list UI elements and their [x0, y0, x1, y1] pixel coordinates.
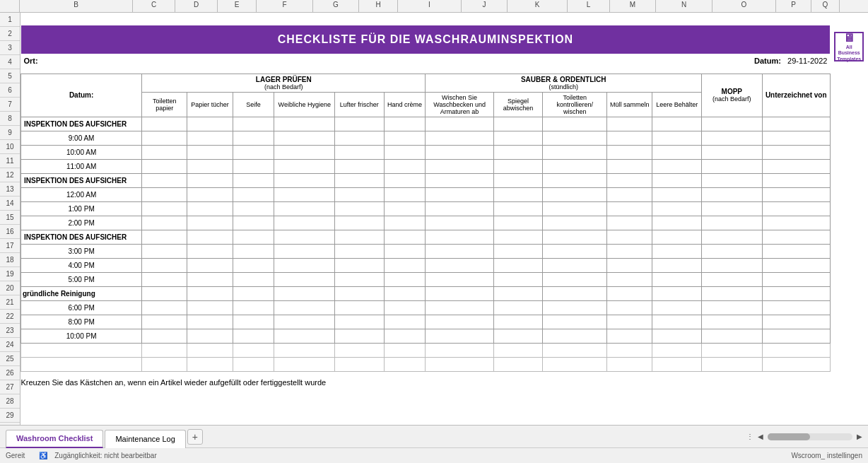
row-num-23: 23 [0, 324, 20, 338]
accessibility-icon: ♿ [39, 452, 47, 459]
inspection-label-1: INSPEKTION DES AUFSICHER [21, 117, 142, 131]
r7c7[interactable] [384, 117, 426, 131]
col-header-l[interactable]: L [568, 0, 610, 12]
datum-value: 29-11-2022 [787, 57, 827, 65]
r8c14[interactable] [762, 131, 830, 145]
col-header-k[interactable]: K [508, 0, 568, 12]
header-toiletten-kontrollieren: Toiletten kontrollieren/ wischen [543, 92, 607, 117]
row-14: 2:00 PM [21, 216, 869, 230]
time-1100: 11:00 AM [21, 159, 142, 173]
r7c2[interactable] [142, 117, 187, 131]
col-header-i[interactable]: I [398, 0, 462, 12]
tab-maintenance-log[interactable]: Maintenance Log [105, 430, 185, 448]
spreadsheet-container: B C D E F G H I J K L M N O P Q 1 2 3 4 … [0, 0, 868, 425]
time-900: 9:00 AM [21, 131, 142, 145]
r8c12[interactable] [652, 131, 702, 145]
status-bar: Gereit ♿ Zugänglichkeit: nicht bearbeitb… [0, 447, 868, 463]
row-num-8: 8 [0, 112, 20, 126]
time-600pm: 6:00 PM [21, 300, 142, 315]
r8c3[interactable] [187, 131, 233, 145]
tab-washroom-checklist[interactable]: Washroom Checklist [6, 430, 103, 448]
row-18: 5:00 PM [21, 272, 869, 286]
time-300pm: 3:00 PM [21, 244, 142, 258]
logo-box: 🖥 All Business Templates [834, 32, 864, 61]
r7c10[interactable] [543, 117, 607, 131]
header-lager: LAGER PRÜFEN (nach Bedarf) [142, 74, 426, 92]
time-400pm: 4:00 PM [21, 258, 142, 272]
r8c8[interactable] [426, 131, 493, 145]
r7c13[interactable] [701, 117, 762, 131]
r8c5[interactable] [274, 131, 335, 145]
tab-scrollbar-thumb [768, 433, 810, 440]
tab-add-button[interactable]: + [187, 429, 203, 445]
r8c13[interactable] [701, 131, 762, 145]
scroll-right-icon[interactable]: ▶ [857, 433, 862, 440]
header-mopp: MOPP (nach Bedarf) [701, 74, 762, 117]
row-26-note: Kreuzen Sie das Kästchen an, wenn ein Ar… [21, 378, 869, 387]
row-numbers: 1 2 3 4 5 6 7 8 9 10 11 12 13 14 15 16 1… [0, 13, 20, 425]
header-papier-tuecher: Papier tücher [187, 92, 233, 117]
col-header-j[interactable]: J [462, 0, 508, 12]
col-headers: B C D E F G H I J K L M N O P Q [0, 0, 868, 13]
time-500pm: 5:00 PM [21, 272, 142, 286]
logo-line2: Business [838, 50, 860, 56]
r8c7[interactable] [384, 131, 426, 145]
main-content: CHECKLISTE FÜR DIE WASCHRAUMINSPEKTION 🖥… [20, 13, 868, 425]
tab-scrollbar[interactable] [768, 433, 852, 440]
row-num-29: 29 [0, 409, 20, 423]
r8c2[interactable] [142, 131, 187, 145]
col-header-e[interactable]: E [218, 0, 257, 12]
row-3-meta: Ort: Datum: 29-11-2022 [21, 54, 869, 68]
col-header-q[interactable]: Q [811, 0, 840, 12]
r7c3[interactable] [187, 117, 233, 131]
r7c9[interactable] [493, 117, 543, 131]
r7c11[interactable] [607, 117, 652, 131]
col-header-a [0, 0, 20, 12]
spreadsheet-body: 1 2 3 4 5 6 7 8 9 10 11 12 13 14 15 16 1… [0, 13, 868, 425]
col-header-g[interactable]: G [313, 0, 359, 12]
r8c9[interactable] [493, 131, 543, 145]
header-hand-creme: Hand crème [384, 92, 426, 117]
r7c8[interactable] [426, 117, 493, 131]
r7c5[interactable] [274, 117, 335, 131]
r7c6[interactable] [335, 117, 385, 131]
header-lufter: Lufter frischer [335, 92, 385, 117]
row-22: 10:00 PM [21, 329, 869, 343]
col-header-b[interactable]: B [20, 0, 133, 12]
r8c4[interactable] [233, 131, 274, 145]
row-inspection-2: INSPEKTION DES AUFSICHER [21, 173, 869, 187]
scroll-left-icon[interactable]: ◀ [758, 433, 763, 440]
dots-menu: ⋮ [746, 433, 753, 440]
col-header-o[interactable]: O [712, 0, 776, 12]
col-header-m[interactable]: M [610, 0, 656, 12]
row-8: 9:00 AM [21, 131, 869, 145]
row-num-17: 17 [0, 239, 20, 253]
col-header-d[interactable]: D [175, 0, 218, 12]
row-19: gründliche Reinigung [21, 286, 869, 300]
row-num-5: 5 [0, 69, 20, 83]
col-header-c[interactable]: C [133, 0, 175, 12]
col-header-f[interactable]: F [257, 0, 313, 12]
r7c12[interactable] [652, 117, 702, 131]
r8c10[interactable] [543, 131, 607, 145]
header-leere-behaelter: Leere Behälter [652, 92, 702, 117]
row-num-4: 4 [0, 55, 20, 69]
r7c4[interactable] [233, 117, 274, 131]
time-1200: 12:00 AM [21, 187, 142, 201]
row-num-2: 2 [0, 27, 20, 41]
row-25 [21, 371, 869, 378]
logo-icon: 🖥 [843, 31, 855, 45]
bottom-tab-bar: Washroom Checklist Maintenance Log + ⋮ ◀… [0, 425, 868, 447]
row-2-title: CHECKLISTE FÜR DIE WASCHRAUMINSPEKTION 🖥… [21, 25, 869, 54]
col-header-h[interactable]: H [359, 0, 398, 12]
row-num-16: 16 [0, 225, 20, 239]
col-header-p[interactable]: P [776, 0, 811, 12]
col-header-n[interactable]: N [656, 0, 712, 12]
time-200pm: 2:00 PM [21, 216, 142, 230]
r8c11[interactable] [607, 131, 652, 145]
row-21: 8:00 PM [21, 315, 869, 329]
header-wischen: Wischen Sie Waschbecken und Armaturen ab [426, 92, 493, 117]
r7c14[interactable] [762, 117, 830, 131]
r8c6[interactable] [335, 131, 385, 145]
row-17: 4:00 PM [21, 258, 869, 272]
